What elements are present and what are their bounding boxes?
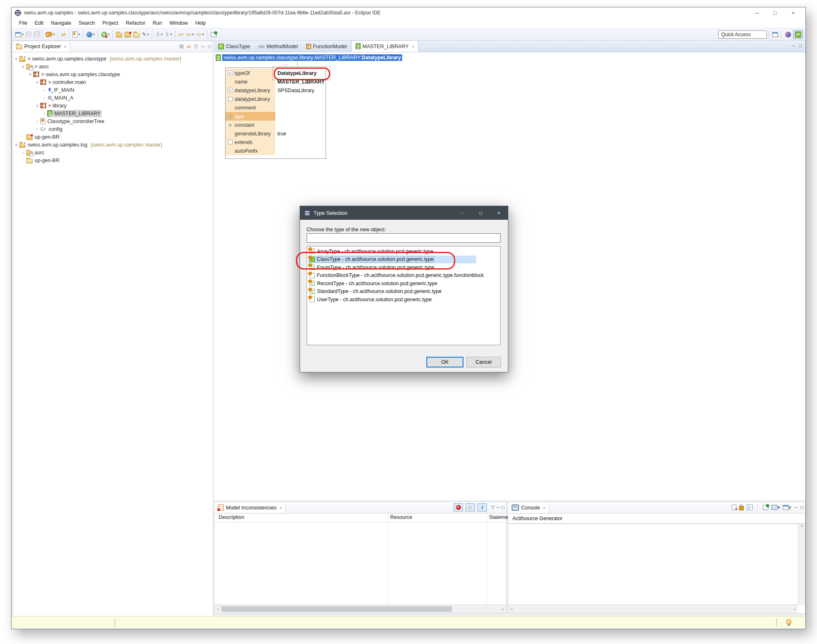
menu-refactor[interactable]: Refactor [123, 19, 149, 27]
scroll-right-icon[interactable]: › [791, 607, 798, 611]
menu-project[interactable]: Project [99, 19, 122, 27]
tree-item-classtype-controllertree[interactable]: › Classtype_controllerTree [13, 117, 213, 125]
forward-button[interactable]: ⇨▾ [196, 30, 205, 40]
column-description[interactable]: Description [219, 514, 244, 520]
dialog-maximize-button[interactable]: □ [472, 206, 490, 220]
open-perspective-button[interactable] [771, 30, 779, 40]
expander-icon[interactable]: › [42, 95, 47, 100]
tree-item-log-project[interactable]: ∨ swiss.avm.up.samples.log [swiss.avm.up… [13, 141, 213, 149]
property-row-constant[interactable]: ◆ constant [226, 121, 326, 129]
menu-file[interactable]: File [16, 19, 30, 27]
property-row-datatypelibrary-slot[interactable]: datatypeLibrary [226, 95, 326, 103]
menu-window[interactable]: Window [166, 19, 191, 27]
view-menu-button[interactable]: ▽ [491, 505, 495, 510]
back-button[interactable]: ⇦▾ [185, 30, 195, 40]
tree-item-controller-main[interactable]: ∨ > controller.main [13, 78, 213, 86]
filter-info-toggle[interactable]: i [477, 503, 487, 511]
save-all-button[interactable] [33, 30, 40, 40]
column-statement[interactable]: Stateme [489, 514, 508, 520]
expander-icon[interactable]: › [35, 119, 40, 123]
close-icon[interactable]: × [412, 44, 414, 49]
scroll-left-icon[interactable]: ‹ [508, 607, 515, 611]
property-row-autoprefix[interactable]: autoPrefix [226, 146, 326, 155]
tree-item-log-asrc[interactable]: › asrc [13, 149, 213, 156]
expander-icon[interactable]: › [42, 111, 47, 116]
scrollbar-thumb[interactable] [221, 606, 452, 612]
tree-item-classtype-project[interactable]: ∨ > swiss.avm.up.samples.classtype [swis… [13, 55, 213, 63]
expander-icon[interactable]: ∨ [21, 64, 26, 69]
tab-project-explorer[interactable]: Project Explorer × [13, 42, 70, 52]
checkbox-icon[interactable] [228, 140, 233, 144]
maximize-view-button[interactable]: □ [502, 505, 505, 510]
maximize-view-button[interactable]: □ [801, 505, 803, 510]
pin-editor-button[interactable] [210, 30, 217, 40]
property-row-generatelibrary[interactable]: generateLibrary true [226, 129, 326, 138]
column-resource[interactable]: Resource [390, 514, 412, 520]
property-row-type[interactable]: ◆ type [226, 112, 326, 121]
filter-warnings-toggle[interactable]: ⚠ [466, 503, 475, 511]
tree-item-package[interactable]: ∨ > swiss.avm.up.samples.classtype [13, 70, 213, 78]
close-icon[interactable]: × [64, 44, 66, 49]
resource-path[interactable]: swiss.avm.up.samples.classtype.library.M… [222, 54, 402, 61]
minimize-button[interactable]: ─ [748, 8, 766, 18]
tree-item-main-a[interactable]: › ⚙ MAIN_A [13, 94, 213, 102]
perspective-button-up[interactable]: uP [793, 30, 803, 39]
tab-console[interactable]: Console × [508, 502, 549, 513]
minimize-editor-button[interactable]: ─ [791, 43, 795, 49]
collapse-all-button[interactable]: ⊟ [179, 44, 184, 49]
minimize-view-button[interactable]: ─ [201, 44, 205, 49]
menu-edit[interactable]: Edit [31, 19, 47, 27]
open-element-button[interactable] [133, 30, 140, 40]
menu-help[interactable]: Help [192, 19, 209, 27]
view-menu-button[interactable]: ▽ [194, 44, 198, 49]
perspective-button-secondary[interactable] [783, 30, 793, 39]
close-icon[interactable]: × [279, 505, 282, 510]
expander-icon[interactable]: › [35, 127, 40, 131]
new-tag-button[interactable]: ▾ [45, 30, 56, 40]
ok-button[interactable]: OK [426, 357, 463, 367]
link-with-editor-button[interactable]: ⇄ [61, 30, 67, 40]
menu-run[interactable]: Run [149, 19, 165, 27]
dialog-close-button[interactable]: × [490, 206, 508, 220]
quick-access-input[interactable]: Quick Access [718, 30, 767, 39]
next-annotation-button[interactable]: ⇩▾ [155, 30, 163, 40]
debug-button[interactable]: ▾ [86, 30, 95, 40]
menu-search[interactable]: Search [75, 19, 98, 27]
maximize-view-button[interactable]: □ [208, 44, 211, 49]
tree-item-config[interactable]: › config [13, 125, 213, 133]
open-console-button[interactable]: ▾ [783, 505, 791, 510]
expander-icon[interactable]: ∨ [35, 80, 40, 84]
new-resource-button[interactable]: ▾ [72, 30, 81, 40]
expander-icon[interactable]: ∨ [28, 72, 33, 77]
close-icon[interactable]: × [543, 505, 545, 510]
expander-icon[interactable]: › [21, 150, 26, 155]
scroll-lock-icon[interactable] [739, 506, 744, 510]
save-button[interactable] [25, 30, 32, 40]
scroll-left-icon[interactable]: ‹ [214, 607, 221, 611]
tree-item-log-up-gen-br[interactable]: up-gen-BR [13, 156, 213, 164]
property-row-extends[interactable]: extends [226, 138, 326, 146]
open-resource-button[interactable] [124, 30, 132, 40]
pin-console-icon[interactable] [763, 505, 768, 510]
tab-master-library[interactable]: MASTER_LIBRARY × [351, 40, 419, 52]
list-item-functionblocktype[interactable]: FunctionBlockType - ch.actifsource.solut… [307, 272, 500, 280]
word-wrap-icon[interactable] [747, 505, 753, 510]
type-filter-input[interactable] [307, 233, 500, 243]
property-row-datatypelibrary[interactable]: ▸ datatypeLibrary SPSDataLibrary [226, 86, 326, 95]
list-item-recordtype[interactable]: RecordType - ch.actifsource.solution.pcd… [307, 279, 500, 288]
list-item-standardtype[interactable]: StandardType - ch.actifsource.solution.p… [307, 288, 500, 296]
tab-functionmodel[interactable]: FunctionModel [302, 41, 351, 52]
expander-icon[interactable]: ∨ [14, 142, 19, 147]
previous-annotation-button[interactable]: ⇧▾ [164, 30, 173, 40]
expand-button[interactable]: ▸ [228, 70, 233, 76]
property-row-comment[interactable]: comment [226, 103, 326, 112]
scroll-right-icon[interactable]: › [499, 607, 506, 611]
tree-item-library[interactable]: ∨ > library [13, 102, 213, 109]
tab-model-inconsistencies[interactable]: Model Inconsistencies × [214, 502, 286, 513]
open-type-button[interactable] [115, 30, 123, 40]
tree-item-master-library[interactable]: › MASTER_LIBRARY [13, 109, 213, 117]
clear-console-icon[interactable] [732, 505, 736, 510]
horizontal-scrollbar[interactable]: ‹ › [214, 604, 506, 613]
tree-item-asrc[interactable]: ∨ > asrc [13, 63, 213, 70]
tab-classtype[interactable]: ClassType [214, 41, 254, 52]
